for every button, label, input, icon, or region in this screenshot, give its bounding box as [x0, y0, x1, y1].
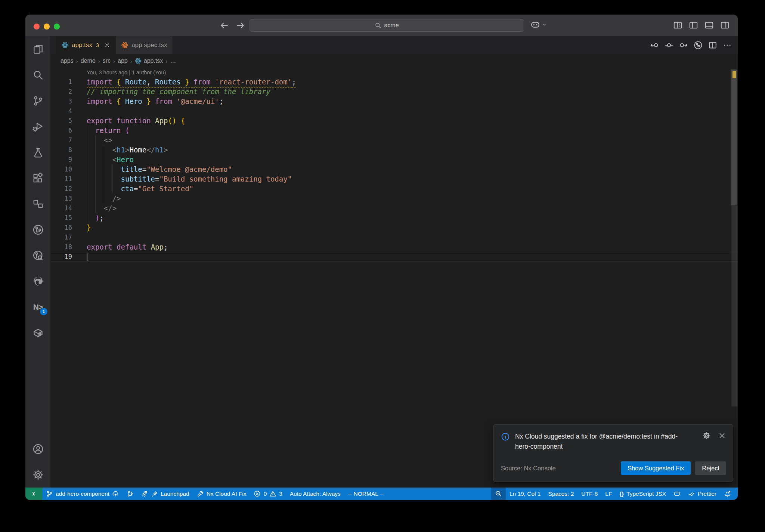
minimize-window-button[interactable]: [44, 24, 50, 30]
code-lens[interactable]: You, 3 hours ago | 1 author (You): [51, 68, 738, 77]
layout-sidebar-right-icon[interactable]: [720, 21, 730, 30]
activity-bar-accounts[interactable]: [25, 436, 50, 462]
code-line-14[interactable]: 14 </>: [51, 203, 738, 213]
breadcrumb-label: demo: [81, 58, 96, 64]
activity-bar-explorer[interactable]: [25, 36, 50, 62]
code-line-18[interactable]: 18export default App;: [51, 242, 738, 252]
activity-bar-testing[interactable]: [25, 139, 50, 165]
activity-bar-edge-browser[interactable]: [25, 268, 50, 294]
tab-label: app.spec.tsx: [131, 41, 167, 49]
layout-sidebar-left-icon[interactable]: [689, 21, 698, 30]
next-change-icon[interactable]: [679, 41, 688, 50]
statusbar-commit-graph[interactable]: [123, 488, 137, 500]
code-line-5[interactable]: 5export function App() {: [51, 116, 738, 126]
split-editor-icon[interactable]: [708, 41, 717, 50]
code-editor[interactable]: You, 3 hours ago | 1 author (You) 1impor…: [51, 68, 738, 488]
statusbar-copilot-status[interactable]: [670, 488, 684, 500]
code-line-16[interactable]: 16}: [51, 223, 738, 232]
indent-guide: [95, 184, 96, 194]
layout-panel-icon[interactable]: [704, 21, 714, 30]
search-value: acme: [384, 22, 399, 29]
code-line-4[interactable]: 4: [51, 106, 738, 116]
code-line-12[interactable]: 12 cta="Get Started": [51, 184, 738, 194]
code-token: h1: [155, 146, 164, 154]
open-change-icon[interactable]: [665, 41, 673, 50]
activity-bar-gitlens-inspect[interactable]: [25, 242, 50, 268]
editor-scrollbar-track[interactable]: [731, 205, 737, 406]
statusbar-zoom-indicator[interactable]: [491, 488, 506, 500]
code-line-15[interactable]: 15 );: [51, 213, 738, 223]
code-line-10[interactable]: 10 title="Welcmoe @acme/demo": [51, 164, 738, 174]
code-line-7[interactable]: 7 <>: [51, 135, 738, 145]
code-line-13[interactable]: 13 />: [51, 194, 738, 203]
show-suggested-fix-button[interactable]: Show Suggested Fix: [621, 461, 691, 475]
statusbar-nx-cloud-ai-fix[interactable]: Nx Cloud AI Fix: [193, 488, 250, 500]
statusbar-indentation[interactable]: Spaces: 2: [544, 488, 577, 500]
activity-bar-run-debug[interactable]: [25, 114, 50, 139]
activity-bar-source-control[interactable]: [25, 88, 50, 114]
prev-change-icon[interactable]: [650, 41, 659, 50]
notification-close-icon[interactable]: [718, 432, 726, 440]
nav-back-icon[interactable]: [219, 20, 229, 31]
statusbar-notifications-bell[interactable]: [720, 488, 735, 500]
nav-forward-icon[interactable]: [235, 20, 246, 31]
statusbar-language-mode[interactable]: {}TypeScript JSX: [616, 488, 670, 500]
statusbar-formatter[interactable]: Prettier: [684, 488, 720, 500]
activity-bar-nx-console[interactable]: N>1: [25, 294, 50, 320]
tab-app.tsx[interactable]: app.tsx3: [56, 36, 116, 54]
code-line-9[interactable]: 9 <Hero: [51, 155, 738, 164]
commit-graph-circled-icon[interactable]: [694, 41, 703, 50]
activity-bar-settings[interactable]: [25, 462, 50, 488]
reject-button[interactable]: Reject: [695, 461, 726, 475]
indent-guide: [87, 155, 87, 164]
breadcrumb-item-apps[interactable]: apps: [61, 58, 74, 64]
indent-guide: [112, 164, 113, 174]
code-token: from: [193, 78, 211, 86]
statusbar-problems[interactable]: 03: [250, 488, 286, 500]
activity-bar-search[interactable]: [25, 62, 50, 88]
statusbar-encoding[interactable]: UTF-8: [577, 488, 601, 500]
statusbar-vim-mode[interactable]: -- NORMAL --: [344, 488, 387, 500]
tab-close-icon[interactable]: [104, 42, 110, 48]
code-line-19[interactable]: 19: [51, 252, 738, 262]
copilot-menu-button[interactable]: [530, 20, 547, 30]
activity-bar-extensions[interactable]: [25, 165, 50, 191]
statusbar-label: Ln 19, Col 1: [510, 491, 541, 497]
more-actions-icon[interactable]: [723, 41, 732, 50]
customize-layout-icon[interactable]: [673, 21, 682, 30]
code-token: import: [87, 97, 112, 105]
statusbar-auto-attach[interactable]: Auto Attach: Always: [286, 488, 344, 500]
breadcrumb-item-app.tsx[interactable]: app.tsx: [135, 58, 163, 64]
code-token: [211, 78, 215, 86]
code-line-8[interactable]: 8 <h1>Home</h1>: [51, 145, 738, 155]
breadcrumb-item-app[interactable]: app: [118, 58, 128, 64]
breadcrumb-item-…[interactable]: …: [170, 58, 176, 64]
breadcrumb-separator: ›: [98, 58, 100, 64]
code-line-17[interactable]: 17: [51, 232, 738, 242]
git-graph-icon: [127, 490, 134, 497]
indent-guide: [87, 164, 87, 174]
code-line-2[interactable]: 2// importing the component from the lib…: [51, 87, 738, 96]
code-line-3[interactable]: 3import { Hero } from '@acme/ui';: [51, 96, 738, 106]
statusbar-cursor-position[interactable]: Ln 19, Col 1: [506, 488, 545, 500]
activity-bar-project-graph[interactable]: [25, 191, 50, 217]
editor-scrollbar[interactable]: [731, 69, 737, 205]
zoom-window-button[interactable]: [54, 24, 60, 30]
statusbar-remote-indicator[interactable]: [25, 488, 42, 500]
breadcrumb: apps›demo›src›app›app.tsx›…: [51, 54, 738, 68]
statusbar-branch-status[interactable]: add-hero-component: [42, 488, 123, 500]
tab-app.spec.tsx[interactable]: app.spec.tsx: [116, 36, 173, 54]
statusbar-launchpad[interactable]: Launchpad: [137, 488, 193, 500]
notification-settings-gear-icon[interactable]: [702, 432, 710, 440]
code-line-1[interactable]: 1import { Route, Routes } from 'react-ro…: [51, 77, 738, 87]
activity-bar-containers[interactable]: [25, 320, 50, 346]
activity-bar-gitlens[interactable]: [25, 217, 50, 242]
code-line-6[interactable]: 6 return (: [51, 126, 738, 135]
code-line-11[interactable]: 11 subtitle="Build something amazing tod…: [51, 174, 738, 184]
close-window-button[interactable]: [34, 24, 40, 30]
command-center-search[interactable]: acme: [250, 19, 524, 32]
statusbar-eol[interactable]: LF: [601, 488, 616, 500]
warning-squiggle: import { Route, Routes } from 'react-rou…: [87, 78, 296, 86]
breadcrumb-item-demo[interactable]: demo: [81, 58, 96, 64]
breadcrumb-item-src[interactable]: src: [103, 58, 111, 64]
